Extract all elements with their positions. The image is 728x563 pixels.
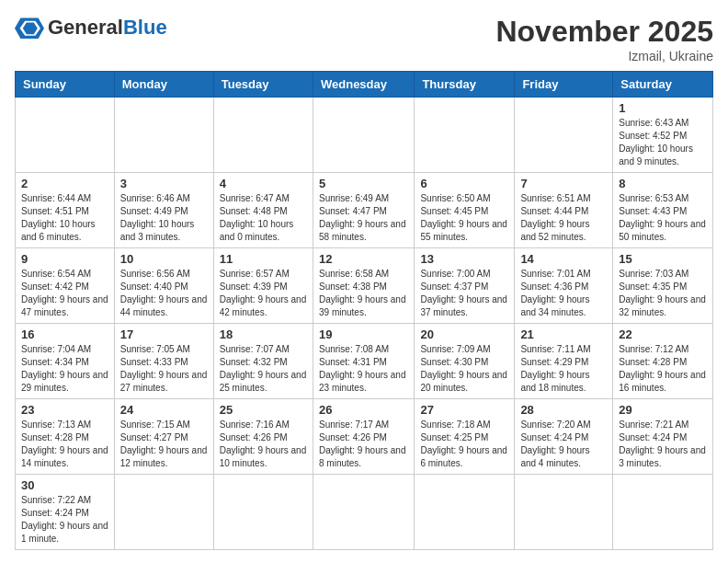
day-number: 15 — [619, 252, 707, 266]
calendar-cell: 24Sunrise: 7:15 AM Sunset: 4:27 PM Dayli… — [114, 399, 213, 475]
calendar-cell: 9Sunrise: 6:54 AM Sunset: 4:42 PM Daylig… — [16, 248, 115, 324]
calendar-cell — [114, 475, 213, 550]
day-number: 14 — [520, 252, 607, 266]
day-number: 11 — [220, 252, 307, 266]
calendar-week-row: 23Sunrise: 7:13 AM Sunset: 4:28 PM Dayli… — [16, 399, 713, 475]
calendar-cell: 29Sunrise: 7:21 AM Sunset: 4:24 PM Dayli… — [613, 399, 713, 475]
calendar-cell: 8Sunrise: 6:53 AM Sunset: 4:43 PM Daylig… — [613, 173, 713, 248]
calendar-week-row: 2Sunrise: 6:44 AM Sunset: 4:51 PM Daylig… — [16, 173, 713, 248]
day-number: 19 — [319, 327, 408, 341]
day-info: Sunrise: 6:43 AM Sunset: 4:52 PM Dayligh… — [619, 117, 707, 168]
calendar-cell: 14Sunrise: 7:01 AM Sunset: 4:36 PM Dayli… — [515, 248, 613, 324]
day-number: 6 — [420, 177, 508, 190]
weekday-header-friday: Friday — [515, 72, 613, 98]
calendar-cell: 30Sunrise: 7:22 AM Sunset: 4:24 PM Dayli… — [16, 475, 115, 550]
day-info: Sunrise: 7:13 AM Sunset: 4:28 PM Dayligh… — [21, 419, 108, 470]
weekday-header-saturday: Saturday — [613, 72, 713, 98]
day-number: 21 — [520, 327, 607, 341]
day-info: Sunrise: 6:56 AM Sunset: 4:40 PM Dayligh… — [120, 268, 208, 319]
calendar-cell — [415, 475, 515, 550]
calendar-cell: 20Sunrise: 7:09 AM Sunset: 4:30 PM Dayli… — [415, 324, 515, 399]
weekday-header-sunday: Sunday — [16, 72, 115, 98]
day-number: 8 — [619, 177, 707, 190]
day-number: 25 — [220, 403, 307, 417]
weekday-header-wednesday: Wednesday — [313, 72, 414, 98]
calendar-cell: 1Sunrise: 6:43 AM Sunset: 4:52 PM Daylig… — [613, 98, 713, 173]
day-info: Sunrise: 7:17 AM Sunset: 4:26 PM Dayligh… — [319, 419, 408, 470]
calendar-cell — [114, 98, 213, 173]
day-info: Sunrise: 7:11 AM Sunset: 4:29 PM Dayligh… — [520, 343, 607, 395]
day-info: Sunrise: 6:58 AM Sunset: 4:38 PM Dayligh… — [319, 268, 408, 319]
calendar-cell — [313, 475, 414, 550]
calendar-cell: 7Sunrise: 6:51 AM Sunset: 4:44 PM Daylig… — [515, 173, 613, 248]
day-number: 29 — [619, 403, 707, 417]
day-info: Sunrise: 7:21 AM Sunset: 4:24 PM Dayligh… — [619, 419, 707, 470]
day-number: 27 — [420, 403, 508, 417]
weekday-header-tuesday: Tuesday — [213, 72, 313, 98]
calendar-cell — [415, 98, 515, 173]
day-number: 9 — [21, 252, 108, 266]
calendar-cell: 4Sunrise: 6:47 AM Sunset: 4:48 PM Daylig… — [213, 173, 313, 248]
day-number: 22 — [619, 327, 707, 341]
calendar-week-row: 1Sunrise: 6:43 AM Sunset: 4:52 PM Daylig… — [16, 98, 713, 173]
day-number: 3 — [120, 177, 208, 190]
calendar-cell: 19Sunrise: 7:08 AM Sunset: 4:31 PM Dayli… — [313, 324, 414, 399]
day-info: Sunrise: 7:01 AM Sunset: 4:36 PM Dayligh… — [520, 268, 607, 319]
day-info: Sunrise: 7:18 AM Sunset: 4:25 PM Dayligh… — [420, 419, 508, 470]
day-info: Sunrise: 7:22 AM Sunset: 4:24 PM Dayligh… — [21, 494, 108, 546]
day-number: 1 — [619, 101, 707, 115]
calendar-cell: 16Sunrise: 7:04 AM Sunset: 4:34 PM Dayli… — [16, 324, 115, 399]
day-number: 10 — [120, 252, 208, 266]
calendar-week-row: 9Sunrise: 6:54 AM Sunset: 4:42 PM Daylig… — [16, 248, 713, 324]
day-info: Sunrise: 6:44 AM Sunset: 4:51 PM Dayligh… — [21, 192, 108, 244]
calendar-cell: 3Sunrise: 6:46 AM Sunset: 4:49 PM Daylig… — [114, 173, 213, 248]
day-number: 30 — [21, 478, 108, 492]
calendar-cell: 5Sunrise: 6:49 AM Sunset: 4:47 PM Daylig… — [313, 173, 414, 248]
location-subtitle: Izmail, Ukraine — [495, 49, 713, 63]
day-info: Sunrise: 6:57 AM Sunset: 4:39 PM Dayligh… — [220, 268, 307, 319]
calendar-cell — [613, 475, 713, 550]
day-info: Sunrise: 7:05 AM Sunset: 4:33 PM Dayligh… — [120, 343, 208, 395]
calendar-cell — [16, 98, 115, 173]
logo-text: GeneralBlue — [48, 17, 167, 38]
calendar-cell: 18Sunrise: 7:07 AM Sunset: 4:32 PM Dayli… — [213, 324, 313, 399]
day-info: Sunrise: 6:49 AM Sunset: 4:47 PM Dayligh… — [319, 192, 408, 244]
calendar-cell: 17Sunrise: 7:05 AM Sunset: 4:33 PM Dayli… — [114, 324, 213, 399]
day-number: 5 — [319, 177, 408, 190]
day-info: Sunrise: 6:46 AM Sunset: 4:49 PM Dayligh… — [120, 192, 208, 244]
day-number: 23 — [21, 403, 108, 417]
day-number: 18 — [220, 327, 307, 341]
day-info: Sunrise: 7:07 AM Sunset: 4:32 PM Dayligh… — [220, 343, 307, 395]
calendar-cell: 12Sunrise: 6:58 AM Sunset: 4:38 PM Dayli… — [313, 248, 414, 324]
day-info: Sunrise: 7:08 AM Sunset: 4:31 PM Dayligh… — [319, 343, 408, 395]
logo: GeneralBlue — [15, 15, 167, 40]
day-info: Sunrise: 7:20 AM Sunset: 4:24 PM Dayligh… — [520, 419, 607, 470]
day-number: 17 — [120, 327, 208, 341]
calendar-cell — [515, 98, 613, 173]
day-number: 28 — [520, 403, 607, 417]
day-number: 7 — [520, 177, 607, 190]
weekday-header-thursday: Thursday — [415, 72, 515, 98]
calendar-cell: 11Sunrise: 6:57 AM Sunset: 4:39 PM Dayli… — [213, 248, 313, 324]
day-number: 13 — [420, 252, 508, 266]
title-block: November 2025 Izmail, Ukraine — [495, 15, 713, 63]
calendar-cell: 25Sunrise: 7:16 AM Sunset: 4:26 PM Dayli… — [213, 399, 313, 475]
calendar-cell: 6Sunrise: 6:50 AM Sunset: 4:45 PM Daylig… — [415, 173, 515, 248]
calendar-cell: 27Sunrise: 7:18 AM Sunset: 4:25 PM Dayli… — [415, 399, 515, 475]
day-number: 4 — [220, 177, 307, 190]
calendar-cell: 28Sunrise: 7:20 AM Sunset: 4:24 PM Dayli… — [515, 399, 613, 475]
general-blue-icon — [15, 15, 44, 40]
calendar-cell: 15Sunrise: 7:03 AM Sunset: 4:35 PM Dayli… — [613, 248, 713, 324]
day-info: Sunrise: 6:53 AM Sunset: 4:43 PM Dayligh… — [619, 192, 707, 244]
calendar-cell — [515, 475, 613, 550]
calendar-table: SundayMondayTuesdayWednesdayThursdayFrid… — [15, 71, 713, 550]
calendar-cell: 23Sunrise: 7:13 AM Sunset: 4:28 PM Dayli… — [16, 399, 115, 475]
day-info: Sunrise: 7:04 AM Sunset: 4:34 PM Dayligh… — [21, 343, 108, 395]
day-info: Sunrise: 7:09 AM Sunset: 4:30 PM Dayligh… — [420, 343, 508, 395]
day-info: Sunrise: 7:16 AM Sunset: 4:26 PM Dayligh… — [220, 419, 307, 470]
calendar-week-row: 16Sunrise: 7:04 AM Sunset: 4:34 PM Dayli… — [16, 324, 713, 399]
day-number: 2 — [21, 177, 108, 190]
day-number: 20 — [420, 327, 508, 341]
calendar-cell: 2Sunrise: 6:44 AM Sunset: 4:51 PM Daylig… — [16, 173, 115, 248]
day-info: Sunrise: 7:15 AM Sunset: 4:27 PM Dayligh… — [120, 419, 208, 470]
